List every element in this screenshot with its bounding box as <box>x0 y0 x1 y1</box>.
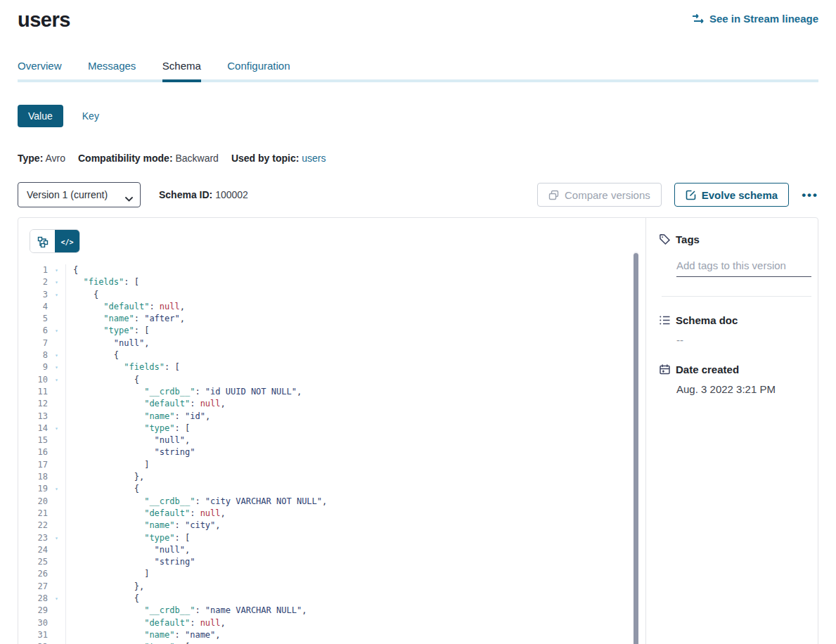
fold-arrow-icon[interactable]: ▾ <box>48 532 66 544</box>
line-number: 30 <box>30 617 48 629</box>
fold-arrow-icon[interactable]: ▾ <box>48 483 66 495</box>
code-token: "string" <box>155 447 195 457</box>
code-token: , <box>180 314 185 323</box>
fold-arrow-icon[interactable]: ▾ <box>48 361 66 373</box>
compare-versions-label: Compare versions <box>565 189 650 201</box>
code-view-button[interactable]: </> <box>55 230 79 253</box>
code-line: 4 "default": null, <box>30 301 645 313</box>
tree-view-button[interactable] <box>30 230 55 253</box>
line-number: 32 <box>30 641 48 644</box>
fold-arrow-icon[interactable]: ▾ <box>48 374 66 386</box>
code-area[interactable]: 1▾{2▾ "fields": [3▾ {4 "default": null,5… <box>30 264 645 644</box>
fold-arrow-icon[interactable]: ▾ <box>48 276 66 288</box>
used-by-topic-link[interactable]: users <box>302 153 326 164</box>
code-line-text: ] <box>66 568 149 580</box>
code-line-text: { <box>66 374 139 386</box>
code-token: : [ <box>175 423 191 433</box>
code-token: null <box>200 508 221 518</box>
line-number: 9 <box>30 361 48 373</box>
fold-arrow-icon[interactable]: ▾ <box>48 641 66 644</box>
controls-right: Compare versions Evolve schema ••• <box>537 183 818 207</box>
code-line: 19▾ { <box>30 483 645 495</box>
code-line: 31 "name": "name", <box>30 629 645 641</box>
editor-scrollbar-thumb[interactable] <box>634 253 638 644</box>
code-token: "fields" <box>83 277 124 287</box>
fold-arrow-icon[interactable]: ▾ <box>48 593 66 605</box>
fold-spacer <box>48 496 66 508</box>
fold-arrow-icon[interactable]: ▾ <box>48 325 66 337</box>
code-token: , <box>221 508 226 518</box>
type-value: Avro <box>45 153 65 164</box>
schema-page: users See in Stream lineage Overview Mes… <box>0 0 836 644</box>
code-line: 11 "__crdb__": "id UUID NOT NULL", <box>30 386 645 398</box>
line-number: 27 <box>30 581 48 593</box>
used-by-topic-group: Used by topic: users <box>231 153 326 164</box>
line-number: 31 <box>30 629 48 641</box>
code-token: "name" <box>144 520 174 530</box>
code-line: 3▾ { <box>30 289 645 301</box>
add-tags-input[interactable] <box>676 259 811 277</box>
code-line-text: "type": [ <box>66 423 190 434</box>
stream-lineage-link[interactable]: See in Stream lineage <box>692 13 818 25</box>
version-select-wrap: Version 1 (current) <box>18 182 141 207</box>
compatibility-value: Backward <box>175 153 218 164</box>
code-token: "id" <box>185 411 205 421</box>
tab-schema[interactable]: Schema <box>162 60 201 82</box>
code-line-text: "string" <box>66 556 195 568</box>
line-number: 24 <box>30 544 48 556</box>
fold-spacer <box>48 605 66 617</box>
tab-configuration[interactable]: Configuration <box>227 60 290 79</box>
more-options-icon[interactable]: ••• <box>802 189 818 201</box>
tab-bar: Overview Messages Schema Configuration <box>18 60 818 82</box>
code-token: : <box>175 411 185 421</box>
compatibility-label: Compatibility mode: <box>78 153 173 164</box>
list-icon <box>659 314 671 326</box>
code-token: "default" <box>144 399 190 408</box>
code-line-text: "name": "city", <box>66 520 221 532</box>
code-token: , <box>302 605 307 615</box>
line-number: 15 <box>30 434 48 446</box>
line-number: 21 <box>30 508 48 520</box>
evolve-schema-button[interactable]: Evolve schema <box>674 183 789 207</box>
code-token: : [ <box>165 362 180 372</box>
fold-spacer <box>48 508 66 520</box>
used-by-topic-label: Used by topic: <box>231 153 299 164</box>
line-number: 23 <box>30 532 48 544</box>
code-token: "string" <box>155 557 195 567</box>
code-line-text: "type": [ <box>66 325 149 337</box>
code-token: , <box>185 435 190 445</box>
code-token: , <box>185 545 190 555</box>
code-token: : <box>190 508 200 518</box>
value-toggle-button[interactable]: Value <box>18 105 63 127</box>
code-line: 12 "default": null, <box>30 398 645 410</box>
key-toggle-button[interactable]: Key <box>82 110 99 122</box>
code-line-text: "__crdb__": "name VARCHAR NULL", <box>66 605 307 617</box>
code-token: "city" <box>185 520 215 530</box>
fold-spacer <box>48 434 66 446</box>
fold-spacer <box>48 581 66 593</box>
code-line: 14▾ "type": [ <box>30 423 645 434</box>
fold-spacer <box>48 446 66 458</box>
versions-copy-icon <box>548 190 559 200</box>
fold-spacer <box>48 617 66 629</box>
fold-spacer <box>48 411 66 423</box>
line-number: 22 <box>30 520 48 532</box>
tab-messages[interactable]: Messages <box>88 60 136 79</box>
fold-arrow-icon[interactable]: ▾ <box>48 349 66 361</box>
code-line-text: { <box>66 264 78 276</box>
code-line: 2▾ "fields": [ <box>30 276 645 288</box>
code-line-text: }, <box>66 581 144 593</box>
code-token: : <box>195 496 205 506</box>
editor-scrollbar-track <box>634 252 638 644</box>
fold-spacer <box>48 544 66 556</box>
tab-overview[interactable]: Overview <box>18 60 62 79</box>
code-view-icon: </> <box>60 238 73 246</box>
version-select[interactable]: Version 1 (current) <box>18 182 141 207</box>
tag-icon <box>659 233 671 245</box>
compare-versions-button[interactable]: Compare versions <box>537 183 662 207</box>
schema-meta-row: Type: Avro Compatibility mode: Backward … <box>18 153 818 164</box>
fold-arrow-icon[interactable]: ▾ <box>48 423 66 434</box>
fold-arrow-icon[interactable]: ▾ <box>48 264 66 276</box>
fold-arrow-icon[interactable]: ▾ <box>48 289 66 301</box>
page-header: users See in Stream lineage <box>18 0 818 32</box>
